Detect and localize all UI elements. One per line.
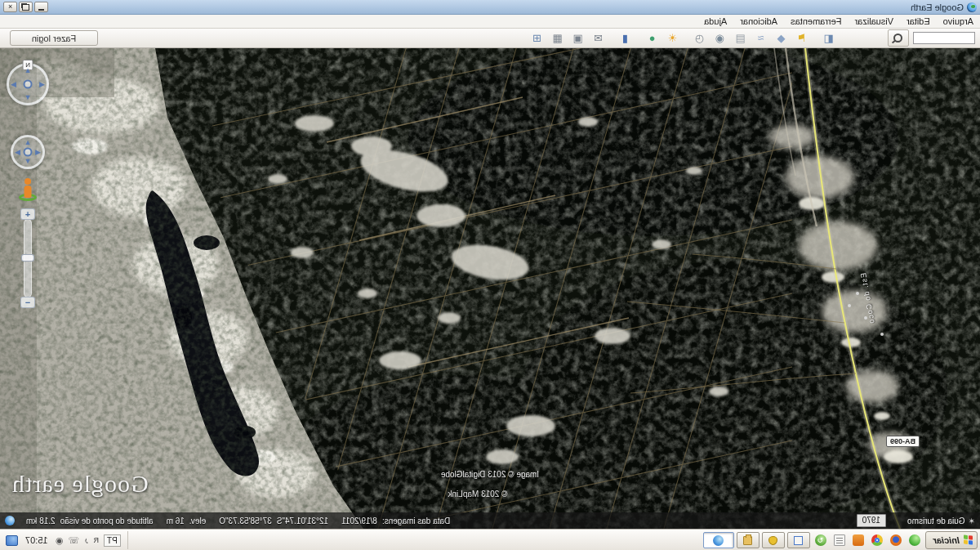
taskbar-clock: 15:07	[25, 535, 48, 545]
move-up-arrow-icon[interactable]: ▲	[24, 139, 32, 146]
zoom-handle[interactable]	[21, 254, 34, 262]
imagery-year-button[interactable]: 1970	[857, 514, 886, 527]
sunlight-icon[interactable]: ☀	[662, 30, 683, 46]
search-input[interactable]	[913, 32, 975, 44]
map-viewport[interactable]: N ▲ ▼ ◀ ▶ ▲ ▼ ◀ ▶ +	[0, 48, 980, 529]
quicklaunch-document[interactable]	[831, 532, 848, 548]
minimize-icon	[38, 9, 44, 11]
look-joystick[interactable]: N ▲ ▼ ◀ ▶	[7, 63, 49, 105]
task-button-document[interactable]	[787, 532, 810, 548]
google-earth-task-button[interactable]	[703, 532, 734, 548]
planets-icon[interactable]: ●	[642, 30, 662, 46]
record-tour-icon[interactable]: ◉	[710, 30, 730, 46]
longitude-value: 37°58'53.73"O	[219, 516, 272, 525]
menu-editar[interactable]: Editar	[900, 15, 937, 28]
firefox-icon	[890, 534, 902, 546]
look-down-arrow-icon[interactable]: ▼	[24, 94, 32, 101]
print-icon[interactable]: ▣	[568, 30, 588, 46]
zoom-in-button[interactable]: +	[20, 208, 35, 220]
add-image-overlay-icon[interactable]: ▤	[730, 30, 751, 46]
add-placemark-icon[interactable]: ⚑	[791, 30, 812, 46]
imagery-date-value: 8/19/2011	[341, 516, 377, 525]
status-readout: Data das imagens: 8/19/2011 12°31'01.74"…	[26, 516, 455, 525]
quicklaunch-chrome[interactable]	[869, 532, 885, 548]
road-shield-label: BA-099	[886, 436, 920, 447]
tour-guide-icon: ✶	[969, 516, 975, 525]
status-bar: ✶ Guia de turismo 1970 Data das imagens:…	[0, 512, 980, 529]
quicklaunch-green-app[interactable]	[906, 532, 923, 548]
look-up-arrow-icon[interactable]: ▲	[24, 67, 32, 74]
orange-app-icon	[853, 534, 864, 546]
zoom-out-button[interactable]: −	[20, 297, 35, 308]
phone-icon[interactable]: ☏	[68, 536, 79, 545]
google-earth-logo-icon	[967, 2, 977, 12]
elevation-value: 16 m	[167, 516, 185, 525]
restore-button[interactable]	[19, 2, 33, 12]
historical-imagery-icon[interactable]: ◷	[689, 30, 710, 46]
ruler-icon[interactable]: ▮	[615, 30, 635, 46]
search-icon	[894, 34, 903, 42]
pegman-body-icon	[24, 186, 32, 198]
task-button-shield[interactable]	[762, 532, 785, 548]
eye-altitude-label: altitude do ponto de visão	[60, 516, 154, 525]
save-image-icon[interactable]: ▦	[547, 30, 568, 46]
map-attribution: © 2013 MapLink	[380, 490, 576, 499]
imagery-attribution: Image © 2013 DigitalGlobe	[392, 470, 588, 479]
view-in-maps-icon[interactable]: ⊞	[527, 30, 547, 46]
move-joystick[interactable]: ▲ ▼ ◀ ▶	[11, 135, 45, 169]
menu-visualizar[interactable]: Visualizar	[848, 15, 900, 28]
windows-logo-icon	[963, 534, 973, 545]
look-left-arrow-icon[interactable]: ◀	[39, 81, 45, 88]
tour-guide-toggle[interactable]: Guia de turismo	[907, 516, 965, 525]
satellite-imagery	[0, 48, 980, 529]
move-down-arrow-icon[interactable]: ▼	[24, 158, 32, 165]
language-indicator[interactable]: PT	[104, 534, 121, 547]
menu-ajuda[interactable]: Ajuda	[697, 15, 733, 28]
update-icon: ↻	[815, 534, 826, 546]
google-earth-task-icon	[713, 535, 724, 546]
move-right-arrow-icon[interactable]: ▶	[15, 149, 20, 156]
menu-ferramentas[interactable]: Ferramentas	[784, 15, 848, 28]
system-tray: PT R ♪ ☏ ◉ 15:07	[2, 531, 128, 549]
streaming-globe-icon	[5, 516, 15, 525]
move-center-icon	[24, 148, 33, 157]
menu-bar: Arquivo Editar Visualizar Ferramentas Ad…	[0, 15, 980, 29]
folder-task-icon	[743, 536, 752, 545]
quicklaunch-orange-app[interactable]	[850, 532, 866, 548]
chrome-icon	[871, 534, 883, 546]
pegman[interactable]	[16, 176, 40, 202]
add-polygon-icon[interactable]: ◆	[771, 30, 791, 46]
login-button[interactable]: Fazer login	[10, 30, 98, 46]
windows-taskbar: Iniciar ↻ PT R ♪ ☏ ◉ 15:07	[0, 529, 980, 550]
google-earth-window: Google Earth × Arquivo Editar Visualizar…	[0, 0, 980, 550]
start-button[interactable]: Iniciar	[925, 531, 978, 549]
volume-icon[interactable]: ♪	[84, 536, 89, 545]
status-icon[interactable]: ◉	[56, 536, 64, 545]
task-button-folder[interactable]	[737, 532, 760, 548]
search-button[interactable]	[888, 29, 909, 47]
hide-sidebar-icon[interactable]: ◧	[818, 30, 839, 46]
minimize-button[interactable]	[34, 2, 48, 12]
look-center-icon	[24, 80, 33, 89]
document-icon	[834, 534, 845, 546]
show-desktop-icon[interactable]	[6, 535, 18, 546]
window-title: Google Earth	[911, 2, 964, 12]
tray-app-r[interactable]: R	[93, 536, 99, 544]
shield-task-icon	[768, 536, 777, 545]
look-right-arrow-icon[interactable]: ▶	[11, 81, 16, 88]
move-left-arrow-icon[interactable]: ◀	[35, 149, 41, 156]
navigation-controls: N ▲ ▼ ◀ ▶ ▲ ▼ ◀ ▶ +	[5, 56, 51, 326]
menu-arquivo[interactable]: Arquivo	[937, 15, 980, 28]
toolbar-icons: ◧ ⚑ ◆ ≈ ▤ ◉ ◷ ☀ ● ▮ ✉ ▣ ▦ ⊞	[527, 30, 839, 46]
document-task-icon	[794, 536, 803, 545]
zoom-slider: + −	[19, 208, 37, 308]
toolbar: ◧ ⚑ ◆ ≈ ▤ ◉ ◷ ☀ ● ▮ ✉ ▣ ▦ ⊞ Fazer login	[0, 29, 980, 48]
imagery-date-label: Data das imagens:	[382, 516, 450, 525]
close-button[interactable]: ×	[3, 2, 17, 12]
add-path-icon[interactable]: ≈	[751, 30, 771, 46]
quicklaunch-updater[interactable]: ↻	[813, 532, 829, 548]
email-icon[interactable]: ✉	[588, 30, 608, 46]
title-bar: Google Earth ×	[0, 0, 980, 15]
quicklaunch-firefox[interactable]	[888, 532, 904, 548]
menu-adicionar[interactable]: Adicionar	[733, 15, 784, 28]
